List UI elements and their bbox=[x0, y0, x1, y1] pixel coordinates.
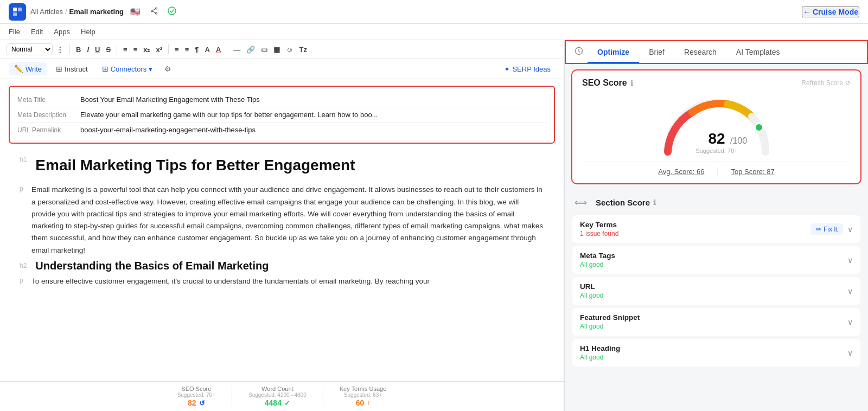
status-bar: SEO Score Suggested: 70+ 82 ↺ Word Count… bbox=[0, 381, 564, 411]
cruise-mode-button[interactable]: ← Cruise Mode bbox=[802, 7, 859, 17]
meta-desc-value[interactable]: Elevate your email marketing game with o… bbox=[80, 111, 546, 119]
underline-button[interactable]: U bbox=[93, 44, 102, 55]
snippet-name: Featured Snippet bbox=[580, 313, 640, 322]
p1-label: p bbox=[20, 184, 27, 192]
flag-icon[interactable]: 🇺🇸 bbox=[128, 6, 143, 18]
svg-point-4 bbox=[151, 10, 153, 12]
tab-ai-templates[interactable]: AI Templates bbox=[726, 42, 790, 62]
h1-section-name: H1 Heading bbox=[580, 344, 620, 352]
p2-label: p bbox=[20, 275, 27, 284]
check-icon[interactable] bbox=[165, 5, 178, 18]
content-area: h1 Email Marketing Tips for Better Engag… bbox=[0, 150, 564, 381]
h1-section-status: All good bbox=[580, 354, 620, 361]
tab-research[interactable]: Research bbox=[674, 42, 726, 62]
connectors-button[interactable]: ⊞ Connectors ▾ bbox=[97, 62, 158, 75]
svg-text:82: 82 bbox=[708, 130, 725, 147]
key-terms-actions: ✏ Fix It ∨ bbox=[810, 223, 853, 235]
kt-arrow-icon: ↑ bbox=[367, 399, 370, 407]
ul-button[interactable]: ≡ bbox=[121, 44, 130, 55]
connectors-icon: ⊞ bbox=[102, 65, 108, 73]
share-icon[interactable] bbox=[148, 6, 160, 17]
para2-row: p To ensure effective customer engagemen… bbox=[20, 275, 544, 287]
emoji-button[interactable]: ☺ bbox=[284, 44, 295, 55]
key-terms-info: Key Terms 1 issue found bbox=[580, 221, 618, 237]
para1-row: p Email marketing is a powerful tool tha… bbox=[20, 184, 544, 256]
bold-button[interactable]: B bbox=[74, 44, 83, 55]
avg-top-row: Avg. Score: 66 Top Score: 87 bbox=[582, 162, 851, 176]
image-button[interactable]: ▭ bbox=[259, 44, 270, 55]
seo-info-icon: ℹ bbox=[630, 79, 633, 87]
h1-label: h1 bbox=[20, 156, 27, 163]
table-button[interactable]: ▦ bbox=[271, 44, 282, 55]
serp-button[interactable]: ✦ SERP Ideas bbox=[500, 63, 555, 75]
paragraph-2[interactable]: To ensure effective customer engagement,… bbox=[31, 275, 430, 287]
settings-button[interactable]: ⚙ bbox=[161, 62, 175, 75]
sep4 bbox=[227, 44, 227, 54]
url-actions: ∨ bbox=[847, 287, 853, 296]
section-item-featured-snippet: Featured Snippet All good ∨ bbox=[572, 308, 860, 336]
connectors-chevron: ▾ bbox=[149, 65, 152, 73]
link-button[interactable]: 🔗 bbox=[244, 44, 257, 55]
expand-panel-button[interactable]: ⟺ bbox=[572, 195, 589, 210]
breadcrumb-all[interactable]: All Articles bbox=[30, 8, 63, 16]
menubar: File Edit Apps Help bbox=[0, 24, 868, 40]
snippet-chevron[interactable]: ∨ bbox=[847, 318, 853, 326]
menu-apps[interactable]: Apps bbox=[54, 27, 70, 37]
serp-icon: ✦ bbox=[504, 65, 510, 73]
section-item-meta-tags: Meta Tags All good ∨ bbox=[572, 246, 860, 274]
key-terms-chevron[interactable]: ∨ bbox=[847, 225, 853, 234]
url-chevron[interactable]: ∨ bbox=[847, 287, 853, 296]
meta-title-value[interactable]: Boost Your Email Marketing Engagement wi… bbox=[80, 95, 546, 104]
tab-brief[interactable]: Brief bbox=[639, 42, 674, 62]
meta-tags-info: Meta Tags All good bbox=[580, 252, 615, 268]
key-terms-status: Key Terms Usage Suggested: 63+ 60 ↑ bbox=[323, 386, 403, 407]
instruct-button[interactable]: ⊞ Instruct bbox=[50, 62, 93, 75]
seo-score-title: SEO Score ℹ bbox=[582, 78, 633, 88]
write-button[interactable]: ✏️ Write bbox=[9, 62, 47, 75]
editor-panel: Normal Heading 1 Heading 2 ⋮ B I U S ≡ ≡… bbox=[0, 40, 564, 411]
key-terms-name: Key Terms bbox=[580, 221, 618, 229]
menu-help[interactable]: Help bbox=[81, 27, 95, 37]
toolbar-divider-dots[interactable]: ⋮ bbox=[54, 44, 66, 55]
format-select[interactable]: Normal Heading 1 Heading 2 bbox=[7, 43, 53, 55]
strikethrough-button[interactable]: S bbox=[104, 44, 113, 55]
h2-label: h2 bbox=[20, 262, 27, 269]
align-center-button[interactable]: ≡ bbox=[183, 44, 192, 55]
section-score-header: ⟺ Section Score ℹ bbox=[572, 195, 860, 210]
h1-chevron[interactable]: ∨ bbox=[847, 349, 853, 357]
h1-section-actions: ∨ bbox=[847, 349, 853, 357]
subscript-button[interactable]: x₂ bbox=[141, 44, 152, 55]
wc-suggested-label: Suggested: 4200 - 4600 bbox=[248, 392, 307, 398]
refresh-score-icon[interactable]: ↺ bbox=[199, 399, 205, 407]
font-color-button[interactable]: A bbox=[202, 44, 212, 55]
menu-edit[interactable]: Edit bbox=[31, 27, 43, 37]
italic-button[interactable]: I bbox=[85, 44, 91, 55]
meta-url-value[interactable]: boost-your-email-marketing-engagement-wi… bbox=[80, 126, 546, 134]
meta-tags-chevron[interactable]: ∨ bbox=[847, 256, 853, 265]
indent-button[interactable]: ¶ bbox=[193, 44, 201, 55]
kt-status-label: Key Terms Usage bbox=[340, 386, 387, 392]
clear-format-button[interactable]: Tz bbox=[297, 44, 309, 55]
menu-file[interactable]: File bbox=[9, 27, 20, 37]
h1-heading[interactable]: Email Marketing Tips for Better Engageme… bbox=[35, 156, 355, 175]
write-icon: ✏️ bbox=[14, 65, 23, 73]
ol-button[interactable]: ≡ bbox=[131, 44, 140, 55]
align-left-button[interactable]: ≡ bbox=[173, 44, 181, 55]
key-terms-fix-button[interactable]: ✏ Fix It bbox=[810, 223, 843, 235]
history-button[interactable] bbox=[570, 44, 588, 60]
snippet-status: All good bbox=[580, 323, 640, 330]
superscript-button[interactable]: x² bbox=[154, 44, 165, 55]
h2-heading[interactable]: Understanding the Basics of Email Market… bbox=[35, 260, 269, 272]
svg-text:/100: /100 bbox=[730, 136, 747, 145]
highlight-button[interactable]: A bbox=[214, 44, 223, 55]
refresh-score-button[interactable]: Refresh Score ↺ bbox=[801, 79, 851, 87]
wc-value-row: 4484 ✓ bbox=[265, 399, 290, 407]
line-button[interactable]: — bbox=[231, 44, 242, 55]
section-item-h1: H1 Heading All good ∨ bbox=[572, 339, 860, 367]
paragraph-1[interactable]: Email marketing is a powerful tool that … bbox=[31, 184, 544, 256]
avg-score-label: Avg. Score: 66 bbox=[658, 168, 704, 176]
app-logo bbox=[9, 3, 26, 21]
svg-text:Suggested: 70+: Suggested: 70+ bbox=[695, 147, 737, 154]
top-score-label: Top Score: 87 bbox=[731, 168, 774, 176]
tab-optimize[interactable]: Optimize bbox=[588, 42, 639, 63]
